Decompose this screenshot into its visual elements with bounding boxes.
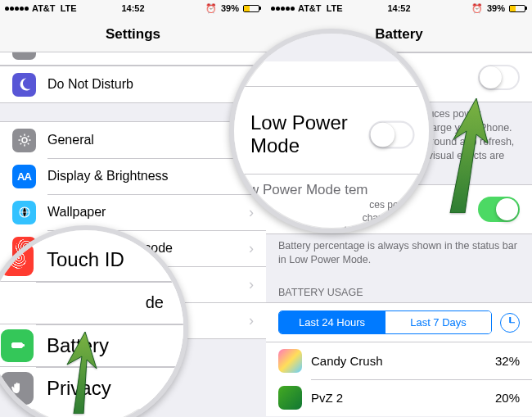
lens-lpm-switch[interactable] xyxy=(368,120,414,148)
chevron-right-icon: › xyxy=(249,240,254,257)
magnifier-low-power: Low Power Mode w Power Mode tem ces powe… xyxy=(229,29,434,233)
row-label: General xyxy=(47,133,249,147)
status-bar: AT&T LTE 14:52 ⏰ 39% xyxy=(266,0,532,16)
row-label: Wallpaper xyxy=(47,205,249,220)
seg-last-24h[interactable]: Last 24 Hours xyxy=(279,311,385,333)
row-label: Control Center xyxy=(47,52,249,55)
row-general[interactable]: General › xyxy=(0,122,266,158)
battery-row-icon xyxy=(1,329,34,362)
chevron-right-icon: › xyxy=(249,312,254,329)
lens-row-label: Privacy xyxy=(47,377,171,400)
lens-lpm-desc: w Power Mode tem ces powercharge yourtch… xyxy=(234,175,429,206)
moon-icon xyxy=(12,73,36,97)
app-percent: 20% xyxy=(495,391,520,405)
lens-row-label: Battery xyxy=(47,334,171,357)
row-label: Do Not Disturb xyxy=(47,77,249,92)
chevron-right-icon: › xyxy=(249,52,254,57)
clock-label: 14:52 xyxy=(0,3,266,13)
row-do-not-disturb[interactable]: Do Not Disturb › xyxy=(0,66,266,102)
usage-period-segmented[interactable]: Last 24 Hours Last 7 Days xyxy=(278,310,492,334)
battery-icon xyxy=(241,5,261,12)
usage-app-row[interactable]: PvZ 2 20% xyxy=(266,379,532,416)
nav-title: Settings xyxy=(0,16,266,52)
control-center-icon xyxy=(12,52,36,60)
app-name: Candy Crush xyxy=(311,354,495,368)
app-percent: 32% xyxy=(495,354,520,368)
app-icon xyxy=(278,386,302,410)
svg-point-3 xyxy=(22,138,27,143)
wallpaper-icon xyxy=(12,201,36,224)
battery-icon xyxy=(507,5,527,12)
low-power-mode-switch[interactable] xyxy=(478,65,520,90)
chevron-right-icon: › xyxy=(249,276,254,293)
row-control-center[interactable]: Control Center › xyxy=(0,52,266,66)
usage-app-row[interactable]: Candy Crush 32% xyxy=(266,342,532,379)
chevron-right-icon: › xyxy=(249,204,254,221)
clock-label: 14:52 xyxy=(266,3,532,13)
lens-row-label: Touch ID xyxy=(47,248,171,271)
battery-percentage-note: Battery percentage is always shown in th… xyxy=(266,234,532,275)
app-icon xyxy=(278,349,302,373)
battery-percentage-switch[interactable] xyxy=(478,197,520,222)
lens-passcode-suffix: de xyxy=(146,293,164,312)
row-display-brightness[interactable]: AA Display & Brightness › xyxy=(0,158,266,194)
row-wallpaper[interactable]: Wallpaper › xyxy=(0,194,266,230)
battery-usage-header: BATTERY USAGE xyxy=(266,275,532,302)
row-label: Display & Brightness xyxy=(47,169,249,184)
clock-icon[interactable] xyxy=(500,313,520,333)
usage-period-row: Last 24 Hours Last 7 Days xyxy=(266,302,532,342)
display-icon: AA xyxy=(12,165,36,188)
lens-lpm-label: Low Power Mode xyxy=(250,111,371,157)
status-bar: AT&T LTE 14:52 ⏰ 39% xyxy=(0,0,266,16)
gear-icon xyxy=(12,129,36,152)
app-name: PvZ 2 xyxy=(311,391,495,405)
seg-last-7d[interactable]: Last 7 Days xyxy=(385,311,491,333)
